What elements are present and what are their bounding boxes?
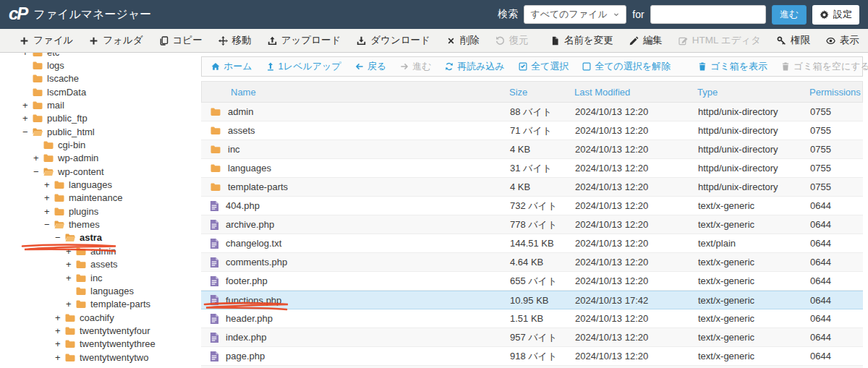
- nav-level-up[interactable]: 1レベルアップ: [266, 60, 341, 73]
- nav-select-all[interactable]: 全て選択: [519, 60, 569, 73]
- tree-expander-icon[interactable]: +: [22, 53, 32, 58]
- tree-expander-icon[interactable]: −: [44, 219, 54, 230]
- tree-item-admin[interactable]: +admin: [0, 244, 195, 257]
- tree-expander-icon[interactable]: +: [66, 246, 75, 257]
- tree-item-inc[interactable]: +inc: [0, 271, 195, 284]
- tree-expander-icon[interactable]: +: [66, 259, 75, 270]
- toolbar-upload[interactable]: アップロード: [260, 29, 349, 52]
- tree-item-public_ftp[interactable]: +public_ftp: [0, 112, 195, 125]
- tree-item-cgi-bin[interactable]: cgi-bin: [0, 138, 195, 151]
- toolbar-view[interactable]: 表示: [818, 29, 867, 52]
- nav-view-trash[interactable]: ゴミ箱を表示: [698, 60, 767, 73]
- nav-back[interactable]: 戻る: [355, 60, 386, 73]
- tree-item-etc[interactable]: +etc: [0, 53, 195, 59]
- tree-item-languages[interactable]: +languages: [0, 178, 195, 191]
- folder-closed-icon: [32, 100, 43, 110]
- table-row-assets[interactable]: assets71 バイト2024/10/13 12:20httpd/unix-d…: [201, 121, 863, 140]
- column-header-name[interactable]: Name: [202, 87, 501, 98]
- tree-expander-icon[interactable]: +: [55, 325, 64, 336]
- tree-expander-icon[interactable]: +: [55, 338, 64, 349]
- tree-item-label: public_html: [47, 127, 95, 137]
- tree-expander-icon[interactable]: +: [66, 299, 75, 309]
- tree-expander-icon[interactable]: −: [22, 127, 32, 137]
- tree-item-assets[interactable]: +assets: [0, 258, 195, 271]
- table-row-comments.php[interactable]: comments.php4.64 KB2024/10/13 12:20text/…: [201, 253, 863, 272]
- go-button[interactable]: 進む: [772, 5, 807, 25]
- toolbar-copy[interactable]: コピー: [151, 29, 210, 52]
- column-header-modified[interactable]: Last Modified: [566, 87, 689, 98]
- tree-item-maintenance[interactable]: +maintenance: [0, 192, 195, 205]
- table-row-header.php[interactable]: header.php1.51 KB2024/10/13 12:20text/x-…: [201, 309, 863, 328]
- cell-permissions: 0644: [801, 238, 863, 249]
- nav-reload[interactable]: 再読み込み: [445, 60, 505, 73]
- tree-expander-icon[interactable]: +: [22, 100, 32, 111]
- tree-expander-icon[interactable]: −: [33, 166, 43, 177]
- table-row-changelog.txt[interactable]: changelog.txt144.51 KB2024/10/13 12:20te…: [201, 234, 863, 253]
- nav-empty-trash: ゴミ箱を空にする: [781, 60, 868, 73]
- table-row-languages[interactable]: languages31 バイト2024/10/13 12:20httpd/uni…: [201, 159, 863, 178]
- settings-button[interactable]: 設定: [812, 5, 859, 25]
- table-row-page.php[interactable]: page.php918 バイト2024/10/13 12:20text/x-ge…: [201, 347, 863, 366]
- tree-item-public_html[interactable]: −public_html: [0, 125, 195, 138]
- forward-icon: [400, 62, 409, 71]
- toolbar-rename[interactable]: 名前を変更: [542, 29, 621, 52]
- column-header-size[interactable]: Size: [501, 87, 566, 98]
- folder-closed-icon: [64, 326, 76, 335]
- tree-expander-icon[interactable]: +: [44, 192, 54, 203]
- toolbar-download[interactable]: ダウンロード: [349, 29, 438, 52]
- toolbar-delete[interactable]: 削除: [438, 29, 488, 52]
- tree-item-logs[interactable]: logs: [0, 59, 195, 72]
- tree-expander-icon[interactable]: +: [44, 179, 54, 190]
- tree-item-astra[interactable]: −astra: [0, 231, 195, 244]
- toolbar-move[interactable]: 移動: [210, 29, 260, 52]
- tree-expander-icon[interactable]: +: [66, 273, 75, 283]
- table-row-404.php[interactable]: 404.php732 バイト2024/10/13 12:20text/x-gen…: [201, 197, 863, 215]
- tree-expander-icon[interactable]: +: [22, 113, 32, 124]
- tree-expander-icon[interactable]: +: [55, 352, 64, 363]
- cell-name: 404.php: [201, 200, 501, 212]
- cell-name: comments.php: [201, 257, 501, 268]
- table-row-archive.php[interactable]: archive.php778 バイト2024/10/13 12:20text/x…: [201, 215, 863, 234]
- tree-item-lscache[interactable]: lscache: [0, 72, 195, 85]
- file-name: header.php: [226, 313, 273, 324]
- toolbar-edit[interactable]: 編集: [621, 29, 671, 52]
- tree-expander-icon[interactable]: −: [55, 232, 64, 243]
- table-row-admin[interactable]: admin88 バイト2024/10/13 12:20httpd/unix-di…: [201, 103, 863, 121]
- tree-item-plugins[interactable]: +plugins: [0, 205, 195, 218]
- tree-item-mail[interactable]: +mail: [0, 98, 195, 111]
- toolbar-label-file-new: ファイル: [33, 34, 73, 47]
- tree-item-themes[interactable]: −themes: [0, 218, 195, 231]
- nav-deselect-all[interactable]: 全ての選択を解除: [582, 60, 671, 73]
- cell-name: header.php: [201, 313, 501, 325]
- search-input[interactable]: [650, 5, 766, 24]
- column-header-permissions[interactable]: Permissions: [801, 87, 862, 98]
- tree-item-wp-admin[interactable]: +wp-admin: [0, 152, 195, 165]
- toolbar-folder-new[interactable]: フォルダ: [81, 29, 150, 52]
- table-row-inc[interactable]: inc4 KB2024/10/13 12:20httpd/unix-direct…: [201, 140, 863, 159]
- table-row-functions.php[interactable]: functions.php10.95 KB2024/10/13 17:42tex…: [201, 291, 863, 309]
- nav-home[interactable]: ホーム: [211, 60, 252, 73]
- table-row-template-parts[interactable]: template-parts4 KB2024/10/13 12:20httpd/…: [201, 178, 863, 197]
- search-filter-select[interactable]: すべてのファイル: [524, 5, 626, 24]
- tree-item-twentytwentythree[interactable]: +twentytwentythree: [0, 338, 195, 351]
- tree-item-coachify[interactable]: +coachify: [0, 311, 195, 324]
- tree-expander-icon[interactable]: +: [44, 206, 54, 217]
- table-row-footer.php[interactable]: footer.php655 バイト2024/10/13 12:20text/x-…: [201, 272, 863, 291]
- tree-item-twentytwentytwo[interactable]: +twentytwentytwo: [0, 351, 195, 364]
- tree-expander-icon[interactable]: +: [33, 153, 43, 163]
- toolbar-permissions[interactable]: 権限: [769, 29, 818, 52]
- tree-item-languages[interactable]: languages: [0, 284, 195, 297]
- tree-item-lscmData[interactable]: lscmData: [0, 85, 195, 98]
- folder-closed-icon: [32, 87, 43, 97]
- file-icon: [210, 200, 219, 212]
- column-header-type[interactable]: Type: [689, 87, 801, 98]
- cell-name: index.php: [201, 332, 501, 343]
- table-row-index.php[interactable]: index.php957 バイト2024/10/13 12:20text/x-g…: [201, 328, 863, 347]
- file-icon: [210, 275, 219, 287]
- tree-item-template-parts[interactable]: +template-parts: [0, 298, 195, 311]
- tree-item-wp-content[interactable]: −wp-content: [0, 165, 195, 178]
- tree-expander-icon[interactable]: +: [55, 312, 64, 323]
- folder-closed-icon: [210, 126, 221, 135]
- toolbar-file-new[interactable]: ファイル: [12, 29, 81, 52]
- tree-item-twentytwentyfour[interactable]: +twentytwentyfour: [0, 324, 195, 337]
